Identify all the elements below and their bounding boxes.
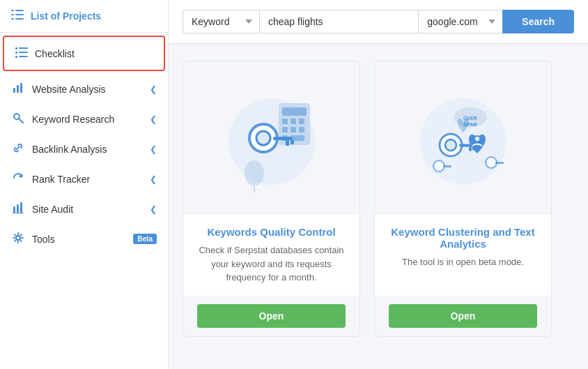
- checklist-item[interactable]: Checklist: [3, 36, 165, 71]
- card-title-2: Keyword Clustering and Text Analytics: [389, 226, 537, 250]
- sidebar-item-tools[interactable]: Tools Beta: [0, 224, 168, 254]
- search-domain-select[interactable]: google.com google.de google.co.uk: [418, 10, 502, 33]
- sidebar-item-site-audit[interactable]: Site Audit ❮: [0, 194, 168, 224]
- chevron-icon: ❮: [150, 204, 157, 214]
- svg-point-53: [486, 157, 497, 168]
- tools-label: Tools: [32, 234, 126, 245]
- card-illustration-1: [183, 61, 359, 215]
- svg-rect-14: [20, 83, 22, 93]
- svg-point-21: [16, 236, 20, 240]
- chevron-icon: ❮: [150, 114, 157, 124]
- card-description-1: Check if Serpstat databases contain your…: [197, 243, 346, 285]
- svg-rect-26: [291, 119, 296, 124]
- svg-rect-6: [15, 47, 17, 50]
- svg-rect-28: [282, 127, 288, 133]
- website-analysis-label: Website Analysis: [32, 84, 143, 95]
- search-bar: Keyword URL Domain google.com google.de …: [169, 0, 588, 44]
- svg-rect-24: [282, 107, 307, 116]
- svg-rect-52: [443, 165, 451, 167]
- chevron-icon: ❮: [150, 84, 157, 94]
- site-audit-label: Site Audit: [32, 204, 143, 215]
- list-icon: [11, 10, 24, 22]
- svg-rect-12: [13, 88, 15, 93]
- svg-rect-5: [15, 18, 24, 20]
- backlink-analysis-label: Backlink Analysis: [32, 144, 143, 155]
- svg-rect-10: [15, 56, 17, 58]
- sidebar: List of Projects Checklist Website Analy…: [0, 0, 169, 369]
- svg-rect-30: [299, 127, 304, 133]
- sidebar-item-backlink-analysis[interactable]: Backlink Analysis ❮: [0, 134, 168, 164]
- svg-point-50: [475, 137, 479, 141]
- card-footer-1: Open: [183, 296, 359, 336]
- svg-rect-17: [13, 206, 15, 213]
- sidebar-item-rank-tracker[interactable]: Rank Tracker ❮: [0, 164, 168, 194]
- sidebar-item-keyword-research[interactable]: Keyword Research ❮: [0, 104, 168, 134]
- refresh-icon: [11, 172, 25, 186]
- svg-point-34: [256, 131, 270, 145]
- svg-rect-4: [11, 18, 14, 20]
- card-body-1: Keywords Quality Control Check if Serpst…: [183, 215, 359, 296]
- beta-badge: Beta: [133, 234, 157, 244]
- svg-rect-35: [273, 137, 293, 140]
- svg-rect-13: [17, 85, 19, 93]
- cards-container: Keywords Quality Control Check if Serpst…: [169, 44, 588, 354]
- svg-rect-11: [19, 56, 28, 57]
- svg-rect-29: [291, 127, 296, 133]
- svg-rect-36: [286, 140, 289, 146]
- checklist-label: Checklist: [35, 48, 153, 59]
- svg-line-16: [19, 119, 23, 123]
- svg-rect-3: [15, 14, 24, 15]
- link-icon: [11, 142, 25, 156]
- card-description-2: The tool is in open beta mode.: [402, 255, 524, 269]
- sidebar-item-website-analysis[interactable]: Website Analysis ❮: [0, 74, 168, 104]
- bar-chart-icon: [11, 82, 25, 96]
- svg-rect-25: [282, 119, 288, 124]
- main-content: Keyword URL Domain google.com google.de …: [169, 0, 588, 369]
- svg-rect-18: [17, 204, 19, 213]
- svg-rect-7: [19, 47, 28, 49]
- card-footer-2: Open: [375, 296, 551, 336]
- open-button-1[interactable]: Open: [197, 304, 346, 328]
- svg-rect-47: [469, 147, 472, 151]
- svg-rect-8: [15, 52, 17, 54]
- search-keyword-input[interactable]: [259, 10, 418, 33]
- svg-rect-9: [19, 52, 28, 53]
- svg-point-51: [433, 160, 444, 172]
- svg-rect-1: [15, 10, 24, 11]
- search-type-select[interactable]: Keyword URL Domain: [183, 10, 259, 33]
- card-title-1: Keywords Quality Control: [207, 226, 335, 238]
- key-icon: [11, 112, 25, 126]
- card-illustration-2: OVER SPAM: [375, 61, 551, 215]
- svg-rect-27: [299, 119, 304, 124]
- checklist-icon: [15, 47, 28, 60]
- chevron-icon: ❮: [150, 144, 157, 154]
- search-button[interactable]: Search: [502, 10, 574, 33]
- card-keywords-quality-control: Keywords Quality Control Check if Serpst…: [183, 61, 360, 337]
- svg-rect-0: [11, 10, 14, 11]
- card-keyword-clustering: OVER SPAM: [374, 61, 552, 337]
- card-body-2: Keyword Clustering and Text Analytics Th…: [375, 215, 551, 296]
- list-of-projects-label: List of Projects: [31, 10, 101, 22]
- rank-tracker-label: Rank Tracker: [32, 174, 143, 185]
- open-button-2[interactable]: Open: [389, 304, 537, 328]
- svg-rect-19: [20, 202, 22, 213]
- keyword-research-label: Keyword Research: [32, 114, 143, 125]
- chevron-icon: ❮: [150, 174, 157, 184]
- svg-rect-37: [291, 140, 294, 144]
- site-audit-icon: [11, 202, 25, 216]
- svg-point-38: [245, 160, 264, 186]
- gear-icon: [11, 232, 25, 246]
- svg-rect-54: [495, 162, 504, 164]
- list-of-projects-button[interactable]: List of Projects: [0, 0, 168, 33]
- svg-point-45: [445, 140, 456, 151]
- svg-rect-2: [11, 14, 14, 15]
